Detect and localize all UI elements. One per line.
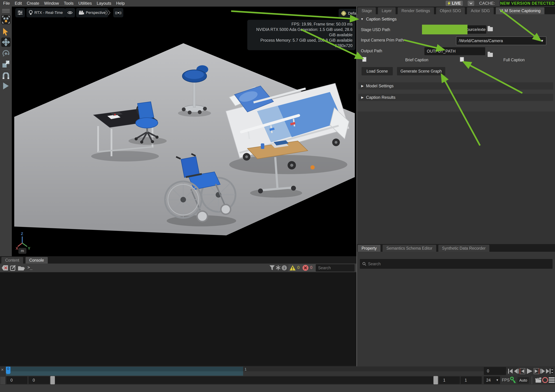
tab-layer[interactable]: Layer	[378, 7, 396, 14]
current-frame-field[interactable]: 0	[484, 367, 506, 375]
scale-tool[interactable]	[1, 59, 11, 69]
property-search[interactable]	[360, 259, 553, 269]
menu-utilities[interactable]: Utilities	[78, 1, 92, 6]
warning-filter-icon[interactable]	[290, 265, 296, 270]
fps-dropdown[interactable]: 24 ▼	[484, 376, 500, 384]
edit-console-icon[interactable]	[10, 265, 16, 271]
brief-caption-checkbox[interactable]	[362, 57, 366, 62]
input-camera-dropdown[interactable]: /World/Cameras/Camera ▼	[456, 36, 546, 45]
play-button[interactable]	[527, 368, 533, 374]
menu-help[interactable]: Help	[116, 1, 125, 6]
rotate-tool[interactable]	[1, 49, 11, 58]
timeline-track[interactable]	[243, 371, 518, 376]
tab-actor-sdg[interactable]: Actor SDG	[467, 7, 494, 14]
caption-results-section[interactable]: ▶ Caption Results	[358, 94, 553, 101]
toolbar-expand-chevrons-icon[interactable]	[105, 10, 111, 15]
menu-layouts[interactable]: Layouts	[97, 1, 111, 6]
loop-toggle-button[interactable]	[551, 368, 553, 374]
stage-usd-path-browse-button[interactable]	[488, 27, 493, 31]
record-button[interactable]	[542, 377, 548, 383]
model-settings-section[interactable]: ▶ Model Settings	[358, 82, 553, 90]
generate-scene-graph-button[interactable]: Generate Scene Graph	[397, 67, 445, 75]
filter-icon[interactable]	[270, 265, 275, 270]
tab-content[interactable]: Content	[1, 257, 23, 263]
error-filter-icon[interactable]	[302, 265, 308, 271]
auto-mode-button[interactable]: Auto	[518, 377, 529, 384]
caption-settings-header[interactable]: ▼ Caption Settings	[360, 17, 397, 22]
open-log-folder-icon[interactable]	[18, 265, 25, 270]
camera-selector-button[interactable]: Perspective	[76, 8, 108, 17]
timeline-menu-icon[interactable]	[549, 377, 555, 383]
output-path-field[interactable]: OUTPUT_PATH	[424, 47, 485, 55]
timeline-playhead[interactable]: 0	[6, 367, 10, 374]
render-mode-button[interactable]: RTX - Real-Time	[26, 8, 65, 17]
select-tool[interactable]	[1, 27, 11, 36]
output-path-label: Output Path	[361, 49, 382, 53]
go-to-end-button[interactable]	[546, 369, 550, 374]
console-output[interactable]	[0, 272, 356, 366]
tab-property[interactable]: Property	[358, 245, 380, 252]
hospital-bed[interactable]	[226, 83, 349, 174]
dropdown-arrow-icon: ▼	[540, 39, 546, 43]
tab-semantics-schema-editor[interactable]: Semantics Schema Editor	[383, 245, 436, 252]
tab-vlm-scene-captioning[interactable]: VLM Scene Captioning	[496, 7, 544, 14]
tab-render-settings[interactable]: Render Settings	[398, 7, 434, 14]
timeline-zoom-handle-left[interactable]	[50, 376, 55, 384]
go-to-start-button[interactable]	[508, 369, 513, 374]
console-search[interactable]	[316, 264, 355, 271]
timeline-ruler[interactable]	[243, 367, 518, 371]
full-caption-checkbox[interactable]	[460, 57, 464, 62]
property-search-input[interactable]	[368, 262, 550, 266]
snap-tool[interactable]	[1, 71, 11, 80]
viewport[interactable]: RTX - Real-Time Perspective ((●))	[12, 7, 356, 256]
auto-key-icon[interactable]	[510, 377, 516, 384]
next-keyframe-button[interactable]	[534, 368, 539, 374]
tab-stage[interactable]: Stage	[358, 7, 376, 14]
console-prompt-icon[interactable]: >_	[28, 265, 32, 270]
menu-bar: File Edit Create Window Tools Utilities …	[0, 0, 555, 7]
timeline-range-start-field[interactable]: 0	[29, 376, 50, 384]
toolbar-grip-icon[interactable]	[2, 9, 10, 13]
timeline-grip[interactable]	[4, 377, 5, 384]
clapperboard-icon[interactable]	[535, 377, 541, 383]
timeline-end-field[interactable]: 1	[460, 376, 482, 384]
clear-console-icon[interactable]	[2, 265, 8, 270]
timeline-track-range[interactable]	[6, 371, 243, 376]
timeline-close-icon[interactable]: ×	[1, 367, 4, 372]
load-scene-button[interactable]: Load Scene	[362, 67, 393, 75]
play-tool[interactable]	[1, 81, 11, 91]
timeline-zoom-handle-right[interactable]	[433, 376, 438, 384]
menu-edit[interactable]: Edit	[15, 1, 22, 6]
live-dropdown-button[interactable]	[468, 1, 474, 6]
console-toolbar: >_ i 0 0	[0, 263, 356, 272]
timeline-start-field[interactable]: 0	[6, 376, 28, 384]
info-filter-icon[interactable]: i	[282, 265, 287, 270]
timeline-grip[interactable]	[1, 377, 1, 384]
prev-keyframe-button[interactable]	[520, 368, 525, 374]
tab-console[interactable]: Console	[26, 257, 48, 263]
visibility-button[interactable]	[65, 8, 75, 17]
timeline-grip[interactable]	[2, 377, 2, 384]
timeline-range-end-field[interactable]: 1	[439, 376, 460, 384]
select-mode-tool[interactable]	[1, 15, 11, 24]
audio-button[interactable]: ((●))	[113, 8, 123, 17]
console-search-input[interactable]	[318, 266, 352, 270]
step-back-button[interactable]	[514, 369, 518, 374]
menu-create[interactable]: Create	[27, 1, 39, 6]
output-path-browse-button[interactable]	[488, 53, 493, 57]
step-forward-button[interactable]	[540, 369, 545, 374]
tab-synthetic-data-recorder[interactable]: Synthetic Data Recorder	[438, 245, 489, 252]
menu-file[interactable]: File	[3, 1, 10, 6]
menu-tools[interactable]: Tools	[64, 1, 73, 6]
timeline-zoom-track[interactable]	[51, 376, 438, 384]
move-tool[interactable]	[1, 37, 11, 47]
live-button[interactable]: LIVE	[445, 1, 463, 6]
verbose-asterisk-icon[interactable]	[276, 265, 281, 270]
menu-window[interactable]: Window	[44, 1, 59, 6]
timeline-grip[interactable]	[3, 377, 4, 384]
viewport-settings-button[interactable]	[15, 8, 25, 17]
timeline-ruler-range[interactable]	[6, 367, 243, 371]
lighting-preset-button[interactable]: Default	[339, 9, 356, 18]
tab-object-sdg[interactable]: Object SDG	[436, 7, 465, 14]
input-camera-value: /World/Cameras/Camera	[459, 38, 503, 43]
